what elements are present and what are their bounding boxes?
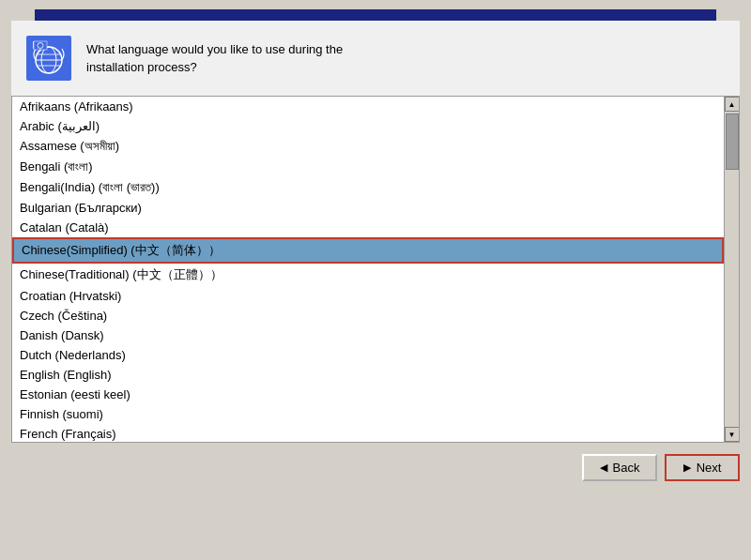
back-label: Back (613, 461, 640, 475)
main-container: What language would you like to use duri… (11, 21, 740, 96)
list-item[interactable]: Chinese(Simplified) (中文（简体）） (12, 237, 724, 264)
scrollbar[interactable]: ▲ ▼ (724, 97, 739, 442)
list-item[interactable]: Bengali(India) (বাংলা (ভারত)) (12, 177, 724, 198)
list-item[interactable]: Assamese (অসমীয়া) (12, 136, 724, 157)
back-icon: ◀ (600, 462, 607, 474)
list-item[interactable]: English (English) (12, 365, 724, 385)
list-item[interactable]: Chinese(Traditional) (中文（正體）） (12, 264, 724, 286)
svg-rect-0 (26, 36, 71, 81)
list-item[interactable]: Arabic (العربية) (12, 116, 724, 136)
list-item[interactable]: Estonian (eesti keel) (12, 385, 724, 404)
list-item[interactable]: Bengali (বাংলা) (12, 157, 724, 177)
list-item[interactable]: Croatian (Hrvatski) (12, 286, 724, 306)
header-section: What language would you like to use duri… (11, 21, 740, 96)
scroll-up-button[interactable]: ▲ (725, 97, 740, 112)
scroll-thumb[interactable] (726, 114, 739, 170)
language-list-container[interactable]: Afrikaans (Afrikaans)Arabic (العربية)Ass… (11, 96, 740, 443)
globe-icon (26, 36, 71, 81)
button-section: ◀ Back ▶ Next (0, 443, 751, 492)
list-item[interactable]: Danish (Dansk) (12, 325, 724, 345)
next-button[interactable]: ▶ Next (665, 454, 740, 481)
language-list[interactable]: Afrikaans (Afrikaans)Arabic (العربية)Ass… (12, 97, 724, 442)
list-item[interactable]: French (Français) (12, 424, 724, 442)
list-item[interactable]: Afrikaans (Afrikaans) (12, 97, 724, 116)
list-item[interactable]: Bulgarian (Български) (12, 198, 724, 218)
back-button[interactable]: ◀ Back (582, 454, 657, 481)
list-item[interactable]: Czech (Čeština) (12, 306, 724, 325)
next-label: Next (697, 461, 722, 475)
header-text: What language would you like to use duri… (86, 40, 343, 77)
scroll-down-button[interactable]: ▼ (725, 427, 740, 442)
progress-bar (35, 9, 716, 21)
next-icon: ▶ (683, 462, 691, 474)
list-item[interactable]: Finnish (suomi) (12, 404, 724, 424)
list-item[interactable]: Catalan (Català) (12, 218, 724, 237)
list-item[interactable]: Dutch (Nederlands) (12, 345, 724, 365)
